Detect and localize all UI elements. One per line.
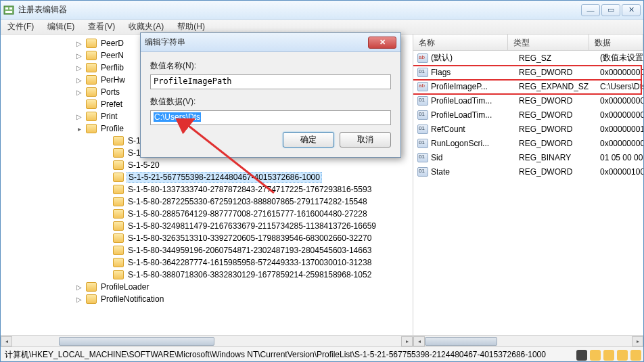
maximize-button[interactable]: ▭ — [601, 4, 620, 16]
folder-icon — [113, 160, 124, 170]
value-data: 0x00000000 (0) — [600, 68, 643, 77]
tree-label: S-1-5-80-344959196-2060754871-2302487193… — [127, 246, 373, 255]
tree-label: S-1-5-80-2885764129-887777008-271615777-… — [127, 209, 369, 219]
tree-label: S-1-5-20 — [127, 160, 161, 170]
list-row[interactable]: RunLogonScri...REG_DWORD0x00000000 (0) — [413, 136, 643, 150]
list-pane[interactable]: 名称 类型 数据 (默认)REG_SZ(数值未设置)FlagsREG_DWORD… — [413, 35, 643, 346]
value-type: REG_DWORD — [519, 125, 600, 134]
ok-button[interactable]: 确定 — [283, 132, 334, 148]
tray-icon[interactable] — [576, 350, 587, 361]
cancel-button[interactable]: 取消 — [340, 132, 391, 148]
tree-item[interactable]: S-1-5-80-2885764129-887777008-271615777-… — [1, 208, 413, 220]
list-row[interactable]: FlagsREG_DWORD0x00000000 (0) — [413, 65, 643, 79]
value-icon — [417, 110, 428, 120]
tree-item[interactable]: S-1-5-80-1337333740-2787872843-277471722… — [1, 183, 413, 196]
value-name: RunLogonScri... — [431, 139, 519, 148]
menu-view[interactable]: 查看(V) — [85, 20, 118, 34]
folder-icon — [113, 148, 124, 158]
value-icon — [417, 167, 428, 177]
expander-icon[interactable]: ▷ — [75, 52, 83, 60]
expander-icon[interactable]: ▸ — [75, 125, 83, 133]
value-type: REG_EXPAND_SZ — [519, 82, 600, 91]
value-data: 0x00000100 (256) — [600, 167, 643, 177]
folder-icon — [113, 136, 124, 145]
folder-icon — [86, 112, 97, 121]
value-data: 0x00000000 (0) — [600, 96, 643, 106]
list-scroll-right[interactable]: ▸ — [632, 336, 643, 346]
value-data: (数值未设置) — [600, 52, 643, 64]
menu-file[interactable]: 文件(F) — [5, 20, 37, 34]
titlebar[interactable]: 注册表编辑器 — ▭ ✕ — [1, 1, 643, 20]
expander-icon[interactable]: ▷ — [75, 113, 83, 120]
tree-item[interactable]: ▷ProfileNotification — [1, 293, 413, 305]
value-name-field[interactable]: ProfileImagePath — [150, 74, 391, 89]
edit-string-dialog: 编辑字符串 ✕ 数值名称(N): ProfileImagePath 数值数据(V… — [140, 32, 401, 158]
tree-label: S-1-5-80-3642287774-1615985958-572449333… — [127, 258, 373, 267]
expander-icon[interactable]: ▷ — [75, 64, 83, 72]
dialog-titlebar[interactable]: 编辑字符串 ✕ — [141, 33, 400, 52]
tree-item[interactable]: ▷ProfileLoader — [1, 281, 413, 293]
list-row[interactable]: ProfileImageP...REG_EXPAND_SZC:\Users\Dt… — [413, 79, 643, 93]
list-scrollbar-thumb[interactable] — [425, 337, 497, 346]
expander-icon[interactable]: ▷ — [75, 296, 83, 303]
col-type[interactable]: 类型 — [508, 35, 589, 50]
list-row[interactable]: ProfileLoadTim...REG_DWORD0x00000000 (0) — [413, 108, 643, 122]
list-row[interactable]: RefCountREG_DWORD0x00000001 (1) — [413, 122, 643, 136]
expander-icon[interactable]: ▷ — [75, 284, 83, 291]
tree-item[interactable]: S-1-5-80-3880718306-3832830129-167785921… — [1, 269, 413, 281]
tree-item[interactable]: S-1-5-80-344959196-2060754871-2302487193… — [1, 244, 413, 256]
dialog-close-button[interactable]: ✕ — [368, 37, 396, 49]
list-scroll-left[interactable]: ◂ — [413, 336, 425, 346]
value-data: 0x00000001 (1) — [600, 125, 643, 134]
folder-icon — [86, 294, 97, 304]
tree-scrollbar-thumb[interactable] — [59, 337, 214, 346]
value-name: ProfileLoadTim... — [431, 110, 519, 120]
expander-icon[interactable]: ▷ — [75, 89, 83, 96]
list-row[interactable]: SidREG_BINARY01 05 00 00 00 00 — [413, 150, 643, 164]
value-type: REG_DWORD — [519, 167, 600, 177]
tray-icon[interactable] — [617, 350, 628, 361]
tree-item[interactable]: S-1-5-21-567755398-2124480467-4015372686… — [1, 171, 413, 183]
value-data: C:\Users\Dts — [600, 82, 643, 91]
expander-icon[interactable]: ▷ — [75, 40, 83, 47]
value-type: REG_SZ — [519, 53, 600, 63]
value-type: REG_BINARY — [519, 153, 600, 162]
menu-favorites[interactable]: 收藏夹(A) — [126, 20, 166, 34]
minimize-button[interactable]: — — [581, 4, 600, 16]
tree-item[interactable]: S-1-5-80-3642287774-1615985958-572449333… — [1, 256, 413, 269]
value-name: ProfileLoadTim... — [431, 96, 519, 106]
tree-item[interactable]: S-1-5-80-2872255330-672591203-888807865-… — [1, 196, 413, 208]
folder-icon — [113, 209, 124, 219]
tree-scroll-left[interactable]: ◂ — [1, 336, 12, 346]
tray-icon[interactable] — [603, 350, 614, 361]
value-name: Sid — [431, 153, 519, 162]
close-button[interactable]: ✕ — [622, 4, 641, 16]
value-data: 01 05 00 00 00 00 — [600, 153, 643, 162]
menu-edit[interactable]: 编辑(E) — [45, 20, 77, 34]
folder-icon — [86, 124, 97, 133]
value-name: (默认) — [431, 52, 519, 64]
tree-label: Profile — [99, 124, 125, 133]
col-name[interactable]: 名称 — [413, 35, 508, 50]
value-data-field[interactable]: C:\Users\Dts — [150, 110, 391, 125]
tray-icon[interactable] — [590, 350, 601, 361]
tree-item[interactable]: S-1-5-80-3263513310-3392720605-179883954… — [1, 232, 413, 244]
value-icon — [417, 125, 428, 134]
tree-item[interactable]: S-1-5-20 — [1, 159, 413, 171]
list-row[interactable]: StateREG_DWORD0x00000100 (256) — [413, 164, 643, 179]
tree-scroll-right[interactable]: ▸ — [401, 336, 413, 346]
svg-rect-1 — [5, 7, 8, 9]
menu-help[interactable]: 帮助(H) — [175, 20, 208, 34]
value-name: Flags — [431, 68, 519, 77]
folder-icon — [86, 282, 97, 292]
col-data[interactable]: 数据 — [589, 35, 643, 50]
tray-icon[interactable] — [630, 350, 641, 361]
folder-icon — [113, 233, 124, 243]
tree-item[interactable]: S-1-5-80-3249811479-2167633679-211573428… — [1, 220, 413, 232]
list-row[interactable]: ProfileLoadTim...REG_DWORD0x00000000 (0) — [413, 93, 643, 108]
list-header: 名称 类型 数据 — [413, 35, 643, 51]
tree-label: S-1-5-80-2872255330-672591203-888807865-… — [127, 197, 369, 206]
svg-rect-2 — [9, 7, 12, 9]
list-row[interactable]: (默认)REG_SZ(数值未设置) — [413, 51, 643, 65]
expander-icon[interactable]: ▷ — [75, 76, 83, 84]
